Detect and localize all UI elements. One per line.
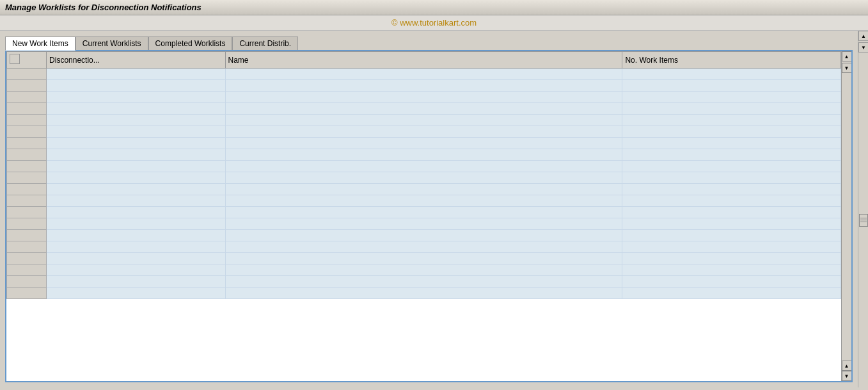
cell-name — [225, 195, 622, 207]
row-selector[interactable] — [7, 103, 47, 115]
table-row[interactable] — [7, 80, 841, 92]
table-scroll-up2-button[interactable]: ▲ — [842, 361, 852, 371]
table-row[interactable] — [7, 253, 841, 264]
cell-disconnection — [47, 115, 225, 126]
row-selector[interactable] — [7, 276, 47, 288]
table-row[interactable] — [7, 115, 841, 126]
cell-name — [225, 80, 622, 92]
cell-name — [225, 92, 622, 103]
cell-disconnection — [47, 195, 225, 207]
row-selector[interactable] — [7, 253, 47, 264]
cell-workitems — [622, 149, 841, 161]
cell-name — [225, 230, 622, 241]
cell-workitems — [622, 264, 841, 276]
cell-name — [225, 103, 622, 115]
table-row[interactable] — [7, 92, 841, 103]
table-row[interactable] — [7, 161, 841, 172]
row-selector[interactable] — [7, 138, 47, 149]
watermark-bar: © www.tutorialkart.com — [0, 15, 868, 31]
tab-current-worklists[interactable]: Current Worklists — [75, 37, 148, 51]
cell-name — [225, 218, 622, 230]
cell-disconnection — [47, 149, 225, 161]
row-selector[interactable] — [7, 207, 47, 218]
table-row[interactable] — [7, 207, 841, 218]
cell-workitems — [622, 92, 841, 103]
row-selector[interactable] — [7, 92, 47, 103]
row-selector[interactable] — [7, 230, 47, 241]
table-row[interactable] — [7, 69, 841, 80]
table-row[interactable] — [7, 138, 841, 149]
row-selector[interactable] — [7, 288, 47, 299]
table-row[interactable] — [7, 276, 841, 288]
table-row[interactable] — [7, 264, 841, 276]
table-scroll-down2-button[interactable]: ▼ — [842, 371, 852, 381]
table-row[interactable] — [7, 241, 841, 253]
title-bar: Manage Worklists for Disconnection Notif… — [0, 0, 868, 15]
watermark-text: © www.tutorialkart.com — [391, 18, 477, 28]
table-right-scrollbar[interactable]: ▲ ▼ ▲ ▼ — [841, 51, 851, 381]
row-selector[interactable] — [7, 218, 47, 230]
select-all-checkbox[interactable] — [10, 54, 20, 64]
cell-disconnection — [47, 172, 225, 184]
tab-new-work-items[interactable]: New Work Items — [5, 37, 75, 51]
cell-name — [225, 126, 622, 138]
table-row[interactable] — [7, 184, 841, 195]
cell-workitems — [622, 126, 841, 138]
cell-name — [225, 207, 622, 218]
cell-disconnection — [47, 126, 225, 138]
cell-name — [225, 241, 622, 253]
row-selector[interactable] — [7, 184, 47, 195]
row-selector[interactable] — [7, 195, 47, 207]
table-row[interactable] — [7, 149, 841, 161]
cell-workitems — [622, 276, 841, 288]
cell-name — [225, 69, 622, 80]
cell-name — [225, 161, 622, 172]
row-selector[interactable] — [7, 80, 47, 92]
row-selector[interactable] — [7, 149, 47, 161]
tab-completed-worklists[interactable]: Completed Worklists — [148, 37, 233, 51]
col-header-workitems: No. Work Items — [622, 52, 841, 69]
outer-scroll-up-button[interactable]: ▲ — [858, 31, 868, 41]
row-selector[interactable] — [7, 115, 47, 126]
cell-disconnection — [47, 253, 225, 264]
table-row[interactable] — [7, 218, 841, 230]
cell-disconnection — [47, 218, 225, 230]
page-title: Manage Worklists for Disconnection Notif… — [5, 3, 201, 12]
cell-disconnection — [47, 288, 225, 299]
table-row[interactable] — [7, 195, 841, 207]
table-scroll-down-button[interactable]: ▼ — [842, 63, 852, 73]
row-selector[interactable] — [7, 264, 47, 276]
resize-grip[interactable] — [859, 214, 868, 227]
col-header-disconnection: Disconnectio... — [47, 52, 225, 69]
table-row[interactable] — [7, 103, 841, 115]
bottom-scrollbar[interactable]: ◄ ► ◄ ► — [6, 381, 851, 382]
outer-scrollbar[interactable]: ▲ ▼ — [858, 31, 868, 387]
cell-disconnection — [47, 92, 225, 103]
cell-workitems — [622, 184, 841, 195]
cell-disconnection — [47, 276, 225, 288]
cell-workitems — [622, 103, 841, 115]
cell-name — [225, 172, 622, 184]
row-selector[interactable] — [7, 161, 47, 172]
cell-workitems — [622, 241, 841, 253]
table-row[interactable] — [7, 288, 841, 299]
cell-name — [225, 276, 622, 288]
row-selector[interactable] — [7, 241, 47, 253]
row-selector[interactable] — [7, 172, 47, 184]
table-row[interactable] — [7, 230, 841, 241]
cell-workitems — [622, 207, 841, 218]
row-selector[interactable] — [7, 69, 47, 80]
row-selector[interactable] — [7, 126, 47, 138]
table-scroll-area[interactable]: Disconnectio... Name No. Work Items — [6, 51, 841, 381]
cell-workitems — [622, 80, 841, 92]
table-row[interactable] — [7, 172, 841, 184]
cell-disconnection — [47, 138, 225, 149]
tab-current-distrib[interactable]: Current Distrib. — [232, 37, 298, 51]
table-row[interactable] — [7, 126, 841, 138]
select-all-header[interactable] — [7, 52, 47, 69]
outer-scroll-down-button[interactable]: ▼ — [858, 42, 868, 53]
cell-name — [225, 149, 622, 161]
table-scroll-up-button[interactable]: ▲ — [842, 51, 852, 61]
cell-disconnection — [47, 184, 225, 195]
cell-workitems — [622, 218, 841, 230]
